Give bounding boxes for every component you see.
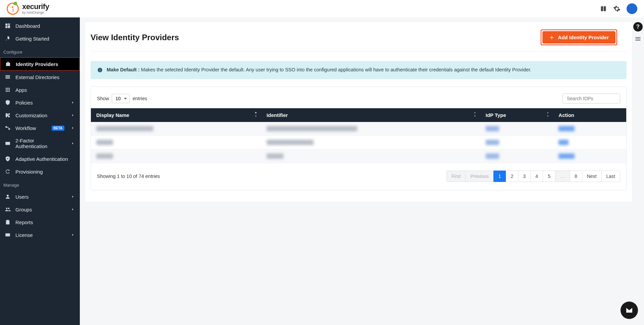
col-idp-type[interactable]: IdP Type	[480, 108, 553, 122]
avatar[interactable]	[627, 3, 637, 14]
info-box: Make Default : Makes the selected Identi…	[91, 61, 627, 79]
gear-icon[interactable]	[613, 5, 621, 12]
sidebar-item-license[interactable]: License	[0, 229, 80, 241]
group-icon	[5, 206, 11, 212]
sidebar-item-apps[interactable]: Apps	[0, 83, 80, 96]
card-icon	[5, 232, 11, 238]
sidebar-item-dashboard[interactable]: Dashboard	[0, 19, 80, 32]
blurred-cell	[558, 153, 575, 159]
blurred-cell	[267, 153, 283, 159]
docs-icon[interactable]	[600, 5, 607, 12]
info-text: Makes the selected Identity Provider the…	[141, 67, 531, 72]
logo[interactable]: xecurify by miniOrange	[7, 3, 49, 15]
sidebar: Dashboard Getting Started Configure Iden…	[0, 17, 80, 325]
plus-icon	[549, 35, 554, 40]
page-next[interactable]: Next	[582, 171, 602, 182]
page-last[interactable]: Last	[601, 171, 620, 182]
sidebar-item-provisioning[interactable]: Provisioning	[0, 165, 80, 178]
sidebar-item-2fa[interactable]: 2-Factor Authentication	[0, 134, 80, 152]
sidebar-item-label: Provisioning	[15, 169, 74, 175]
sidebar-item-reports[interactable]: Reports	[0, 216, 80, 229]
page-ellipsis: …	[555, 171, 570, 182]
chevron-right-icon	[71, 208, 74, 211]
sidebar-item-users[interactable]: Users	[0, 190, 80, 203]
page-first[interactable]: First	[446, 171, 466, 182]
show-suffix: entries	[132, 96, 147, 101]
sidebar-item-label: Customization	[15, 113, 66, 118]
blurred-cell	[558, 126, 575, 131]
idp-table: Display Name Identifier IdP Type Action	[91, 108, 626, 163]
table-row	[91, 149, 626, 163]
page-3[interactable]: 3	[518, 171, 531, 182]
help-button[interactable]: ?	[633, 22, 643, 31]
page-previous[interactable]: Previous	[465, 171, 493, 182]
blurred-cell	[558, 140, 569, 145]
sidebar-item-label: Policies	[15, 100, 66, 106]
topbar: xecurify by miniOrange	[0, 0, 644, 17]
sidebar-item-label: Reports	[15, 219, 74, 225]
entries-select[interactable]: 10	[112, 94, 130, 103]
hamburger-icon	[635, 36, 641, 42]
sidebar-item-label: Dashboard	[15, 23, 74, 29]
chevron-right-icon	[71, 142, 74, 145]
chevron-right-icon	[71, 101, 74, 104]
logo-icon	[7, 3, 19, 15]
page-4[interactable]: 4	[530, 171, 543, 182]
blurred-cell	[267, 140, 314, 145]
user-icon	[5, 194, 11, 200]
sidebar-item-groups[interactable]: Groups	[0, 203, 80, 216]
search-input[interactable]	[562, 93, 620, 104]
sync-icon	[5, 169, 11, 175]
col-identifier[interactable]: Identifier	[261, 108, 480, 122]
table-summary: Showing 1 to 10 of 74 entries	[97, 174, 160, 179]
add-button-highlight: Add Identity Provider	[541, 29, 617, 45]
page-1[interactable]: 1	[493, 171, 506, 182]
dashboard-icon	[5, 23, 11, 29]
rocket-icon	[5, 36, 11, 42]
chevron-right-icon	[71, 126, 74, 130]
list-icon	[5, 74, 11, 80]
main-content: ? View Identity Providers Add Identity P…	[80, 17, 644, 325]
blurred-cell	[486, 140, 499, 145]
add-identity-provider-button[interactable]: Add Identity Provider	[542, 31, 615, 44]
blurred-cell	[96, 153, 113, 159]
sidebar-item-adaptive-auth[interactable]: Adaptive Authentication	[0, 152, 80, 165]
briefcase-icon	[5, 61, 11, 67]
sidebar-item-workflow[interactable]: Workflow BETA	[0, 122, 80, 134]
sidebar-item-customization[interactable]: Customization	[0, 109, 80, 122]
sidebar-item-label: Getting Started	[15, 36, 74, 42]
table-row	[91, 122, 626, 136]
menu-toggle[interactable]	[635, 36, 641, 44]
grid-icon	[5, 87, 11, 93]
sidebar-item-label: License	[15, 232, 66, 238]
sidebar-item-identity-providers[interactable]: Identity Providers	[0, 57, 80, 71]
sidebar-item-label: Adaptive Authentication	[15, 156, 74, 162]
sidebar-item-label: Groups	[15, 207, 66, 212]
table-row	[91, 135, 626, 149]
page-2[interactable]: 2	[506, 171, 519, 182]
show-prefix: Show	[97, 96, 109, 101]
sidebar-item-getting-started[interactable]: Getting Started	[0, 32, 80, 45]
table-card: Show 10 entries	[91, 86, 627, 190]
sidebar-section-manage: Manage	[0, 178, 80, 190]
sidebar-item-label: Apps	[15, 87, 74, 93]
sidebar-item-policies[interactable]: Policies	[0, 96, 80, 109]
sidebar-item-label: External Directories	[15, 74, 74, 80]
sidebar-item-label: Identity Providers	[16, 61, 74, 67]
sidebar-item-label: Workflow	[15, 125, 47, 131]
page-8[interactable]: 8	[570, 171, 582, 182]
logo-subtitle: by miniOrange	[22, 11, 49, 14]
puzzle-icon	[5, 112, 11, 118]
col-display-name[interactable]: Display Name	[91, 108, 261, 122]
page-5[interactable]: 5	[543, 171, 555, 182]
blurred-cell	[486, 126, 499, 131]
sidebar-item-label: 2-Factor Authentication	[15, 138, 66, 149]
chat-fab[interactable]	[621, 302, 638, 319]
chevron-right-icon	[71, 114, 74, 117]
sidebar-item-external-directories[interactable]: External Directories	[0, 71, 80, 83]
workflow-icon	[5, 125, 11, 131]
blurred-cell	[96, 126, 153, 131]
chevron-right-icon	[71, 233, 74, 237]
help-icon: ?	[636, 24, 640, 30]
blurred-cell	[486, 153, 499, 159]
